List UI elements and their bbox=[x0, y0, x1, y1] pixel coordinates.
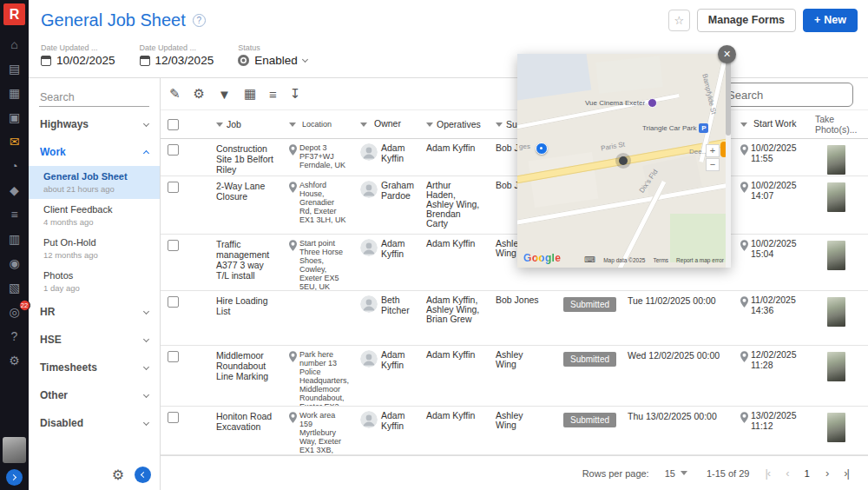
filter-caret-icon[interactable] bbox=[496, 122, 503, 127]
sidebar-item-general-job-sheet[interactable]: General Job Sheet about 21 hours ago bbox=[29, 166, 160, 199]
filter-date-updated-from[interactable]: Date Updated ... 10/02/2025 bbox=[41, 43, 115, 67]
sidebar-section-work[interactable]: Work bbox=[29, 138, 160, 166]
id-card-icon[interactable]: ▤ bbox=[6, 61, 23, 76]
manage-forms-button[interactable]: Manage Forms bbox=[697, 9, 796, 32]
map-canvas[interactable]: Vue Cinema Exeter Triangle Car Park P Pa… bbox=[517, 54, 731, 268]
close-map-button[interactable]: ✕ bbox=[718, 45, 736, 63]
map-marker[interactable] bbox=[619, 156, 628, 165]
photo-thumbnail[interactable] bbox=[827, 352, 845, 381]
new-button[interactable]: + New bbox=[803, 9, 858, 32]
next-page-button[interactable]: › bbox=[825, 467, 828, 480]
filter-caret-icon[interactable] bbox=[289, 122, 296, 127]
photo-thumbnail[interactable] bbox=[827, 241, 845, 270]
chart-icon[interactable]: ▥ bbox=[6, 231, 23, 246]
sidebar-section-disabled[interactable]: Disabled bbox=[29, 409, 160, 437]
table-row[interactable]: Middlemoor Roundabout Line Marking Park … bbox=[161, 346, 868, 407]
zoom-out-button[interactable]: − bbox=[706, 158, 720, 171]
download-icon[interactable]: ↧ bbox=[290, 86, 301, 102]
sidebar-section-hse[interactable]: HSE bbox=[29, 326, 160, 354]
sort-icon[interactable]: ≡ bbox=[269, 87, 277, 102]
photo-thumbnail[interactable] bbox=[827, 145, 845, 175]
new-button-label: New bbox=[824, 14, 846, 26]
tasks-icon[interactable]: ≡ bbox=[6, 207, 23, 222]
row-checkbox[interactable] bbox=[168, 296, 179, 308]
filter-caret-icon[interactable] bbox=[360, 122, 367, 127]
settings-icon[interactable]: ⚙ bbox=[194, 86, 205, 102]
filter-value: 10/02/2025 bbox=[56, 54, 115, 67]
poi-vue-cinema[interactable]: Vue Cinema Exeter bbox=[585, 98, 657, 108]
column-header-location[interactable]: Location bbox=[302, 120, 332, 129]
prev-page-button[interactable]: ‹ bbox=[786, 467, 788, 480]
photo-thumbnail[interactable] bbox=[827, 182, 845, 212]
column-header-start-work[interactable]: Start Work bbox=[753, 119, 796, 129]
parking-icon: P bbox=[699, 123, 708, 133]
chevron-down-icon bbox=[302, 56, 308, 63]
favorite-button[interactable]: ☆ bbox=[668, 10, 690, 31]
sidebar-section-highways[interactable]: Highways bbox=[29, 110, 160, 138]
user-avatar[interactable] bbox=[3, 437, 26, 463]
filter-status[interactable]: Status Enabled bbox=[238, 43, 307, 67]
sidebar-section-timesheets[interactable]: Timesheets bbox=[29, 354, 160, 381]
row-checkbox[interactable] bbox=[168, 412, 179, 423]
filter-caret-icon[interactable] bbox=[216, 122, 223, 127]
scrollbar-thumb[interactable] bbox=[726, 61, 731, 136]
row-checkbox[interactable] bbox=[168, 182, 179, 193]
columns-icon[interactable]: ▦ bbox=[244, 86, 256, 102]
poi-triangle-car-park[interactable]: Triangle Car Park P bbox=[642, 123, 708, 133]
row-checkbox[interactable] bbox=[168, 240, 179, 251]
users-icon[interactable]: ◉ bbox=[6, 255, 23, 270]
row-checkbox[interactable] bbox=[168, 144, 179, 156]
sidebar-item-photos[interactable]: Photos 1 day ago bbox=[29, 265, 160, 298]
chevron-left-icon bbox=[141, 471, 147, 477]
table-row[interactable]: Traffic management A377 3 way T/L instal… bbox=[161, 235, 868, 291]
sidebar-item-client-feedback[interactable]: Client Feedback 4 months ago bbox=[29, 199, 160, 232]
filter-caret-icon[interactable] bbox=[740, 122, 747, 127]
calendar-icon[interactable]: ▦ bbox=[6, 85, 23, 100]
zoom-in-button[interactable]: + bbox=[706, 144, 720, 157]
table-search-input[interactable] bbox=[718, 83, 853, 107]
sidebar-settings-icon[interactable]: ⚙ bbox=[112, 467, 124, 483]
table-row[interactable]: 2-Way Lane Closure Ashford House, Grenad… bbox=[161, 176, 868, 235]
filter-date-updated-to[interactable]: Date Updated ... 12/03/2025 bbox=[140, 43, 214, 67]
column-header-job[interactable]: Job bbox=[227, 119, 241, 129]
column-header-owner[interactable]: Owner bbox=[374, 119, 401, 129]
table-row[interactable]: Hire Loading List Beth Pitcher Adam Kyff… bbox=[161, 291, 868, 346]
expand-rail-button[interactable] bbox=[6, 469, 23, 486]
table-row[interactable]: Honiton Road Excavation Work area 159 My… bbox=[161, 407, 868, 455]
edit-icon[interactable]: ✎ bbox=[169, 86, 181, 102]
help-icon[interactable]: ? bbox=[6, 328, 23, 343]
map-pin-icon[interactable]: ◎ 22 bbox=[6, 304, 23, 319]
gear-icon[interactable]: ⚙ bbox=[6, 353, 23, 368]
report-error-link[interactable]: Report a map error bbox=[676, 257, 724, 263]
sidebar-section-hr[interactable]: HR bbox=[29, 298, 160, 326]
home-icon[interactable]: ⌂ bbox=[6, 36, 23, 51]
photo-thumbnail[interactable] bbox=[827, 297, 845, 327]
messages-icon[interactable]: ✉ bbox=[6, 134, 23, 149]
select-all-checkbox[interactable] bbox=[168, 119, 179, 130]
map-scrollbar[interactable] bbox=[726, 54, 731, 268]
filter-caret-icon[interactable] bbox=[426, 122, 433, 127]
collapse-sidebar-button[interactable] bbox=[135, 467, 151, 483]
sidebar-section-other[interactable]: Other bbox=[29, 381, 160, 409]
clock-icon[interactable]: ◔ bbox=[6, 158, 23, 173]
diamond-icon[interactable]: ◆ bbox=[6, 182, 23, 197]
first-page-button[interactable]: |‹ bbox=[765, 467, 770, 480]
photo-thumbnail[interactable] bbox=[827, 413, 845, 442]
help-icon[interactable]: ? bbox=[193, 14, 206, 27]
docs-icon[interactable]: ▧ bbox=[6, 280, 23, 295]
sidebar-item-put-on-hold[interactable]: Put On-Hold 12 months ago bbox=[29, 232, 160, 265]
row-checkbox[interactable] bbox=[168, 351, 179, 362]
table-row[interactable]: Construction Site 1b Belfort Riley Depot… bbox=[161, 139, 868, 176]
filter-icon[interactable]: ▼ bbox=[218, 87, 231, 102]
column-header-photos[interactable]: Take Photo(s)... bbox=[815, 114, 861, 135]
kanban-icon[interactable]: ▣ bbox=[6, 109, 23, 124]
transit-stop-icon[interactable] bbox=[536, 142, 548, 155]
rows-per-page-select[interactable]: 15 bbox=[665, 468, 691, 479]
terms-link[interactable]: Terms bbox=[653, 257, 668, 263]
column-header-operatives[interactable]: Operatives bbox=[437, 120, 481, 129]
map-popup: Vue Cinema Exeter Triangle Car Park P Pa… bbox=[517, 54, 731, 268]
sidebar-search-input[interactable] bbox=[39, 89, 149, 107]
app-logo[interactable]: R bbox=[3, 3, 25, 25]
keyboard-icon[interactable]: ⌨ bbox=[584, 255, 595, 264]
last-page-button[interactable]: ›| bbox=[844, 467, 849, 480]
